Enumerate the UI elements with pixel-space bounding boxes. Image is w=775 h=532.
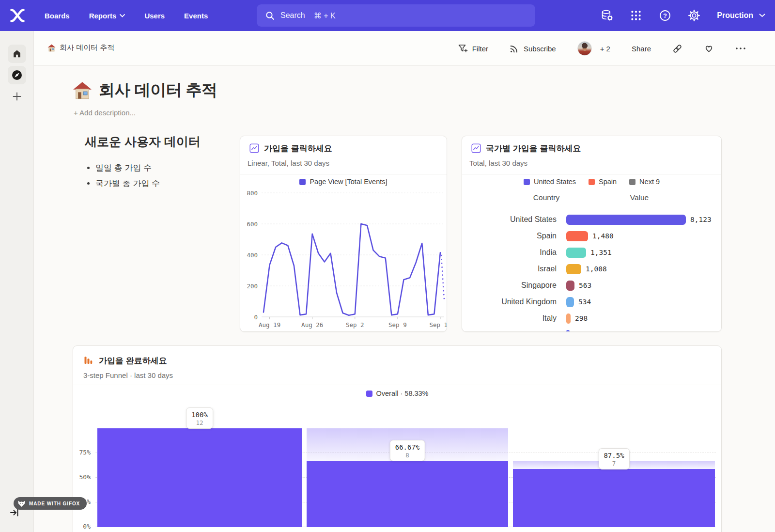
project-name: Prouction bbox=[717, 11, 753, 20]
search-icon bbox=[265, 11, 275, 20]
legend-item[interactable]: Spain bbox=[589, 178, 617, 186]
avatar[interactable] bbox=[577, 41, 592, 56]
country-row[interactable]: Singapore563 bbox=[462, 279, 721, 292]
report-title[interactable]: 가입을 클릭하세요 bbox=[264, 143, 332, 154]
country-row[interactable]: Italy298 bbox=[462, 312, 721, 325]
nav-item-events[interactable]: Events bbox=[184, 12, 208, 20]
gifox-label: MADE WITH GIFOX bbox=[29, 501, 80, 506]
line-chart-icon bbox=[249, 143, 259, 153]
y-axis-label: 75% bbox=[73, 449, 91, 456]
nav-menu: Boards Reports Users Events bbox=[45, 0, 208, 31]
text-widget-heading: 새로운 사용자 데이터 bbox=[85, 134, 245, 150]
filter-button[interactable]: Filter bbox=[458, 44, 488, 53]
breadcrumb: 회사 데이터 추적 bbox=[47, 43, 114, 52]
country-bar[interactable] bbox=[566, 313, 571, 324]
country-row[interactable]: United Kingdom534 bbox=[462, 295, 721, 309]
svg-text:?: ? bbox=[663, 12, 667, 19]
top-nav: Boards Reports Users Events Search ⌘ + K bbox=[0, 0, 775, 31]
country-value: 1,480 bbox=[592, 232, 614, 240]
more-options-button[interactable] bbox=[735, 47, 746, 50]
fox-icon bbox=[17, 500, 26, 507]
country-row[interactable]: United States8,123 bbox=[462, 213, 721, 226]
country-bar[interactable] bbox=[566, 330, 570, 332]
step-conversion-pct: 66.67% bbox=[395, 443, 420, 452]
country-bar[interactable] bbox=[566, 264, 581, 274]
share-button[interactable]: Share bbox=[632, 45, 651, 53]
report-title[interactable]: 국가별 가입을 클릭하세요 bbox=[486, 143, 581, 154]
country-row[interactable] bbox=[462, 328, 721, 332]
favorite-button[interactable] bbox=[704, 44, 714, 53]
country-bar[interactable] bbox=[566, 215, 686, 225]
country-value: 1,351 bbox=[590, 249, 612, 256]
country-bar[interactable] bbox=[566, 248, 586, 258]
funnel-step-badge[interactable]: 66.67%8 bbox=[390, 440, 425, 461]
data-series-line[interactable] bbox=[264, 224, 440, 315]
country-row[interactable]: Spain1,480 bbox=[462, 229, 721, 243]
add-description-button[interactable]: + Add description... bbox=[74, 109, 136, 117]
country-bar-card: 국가별 가입을 클릭하세요 Total, last 30 days United… bbox=[462, 136, 722, 332]
y-axis-label: 200 bbox=[247, 282, 258, 290]
line-chart-card: 가입을 클릭하세요 Linear, Total, last 30 days Pa… bbox=[240, 136, 447, 332]
funnel-step-bar[interactable] bbox=[513, 469, 715, 527]
settings-button[interactable] bbox=[688, 9, 700, 22]
country-value: 563 bbox=[579, 282, 591, 289]
step-count: 12 bbox=[191, 419, 208, 426]
help-button[interactable]: ? bbox=[659, 9, 671, 22]
legend-item[interactable]: United States bbox=[524, 178, 576, 186]
search-input[interactable]: Search ⌘ + K bbox=[257, 4, 535, 27]
funnel-step-badge[interactable]: 100%12 bbox=[186, 407, 213, 429]
x-axis-label: Aug 26 bbox=[301, 321, 323, 329]
y-axis-label: 800 bbox=[247, 189, 258, 197]
board-content: 회사 데이터 추적 + Add description... 새로운 사용자 데… bbox=[34, 66, 775, 532]
line-chart-plot[interactable]: 0200400600800Aug 19Aug 26Sep 2Sep 9Sep 1… bbox=[240, 187, 447, 332]
country-value: 298 bbox=[575, 314, 588, 322]
step-conversion-pct: 87.5% bbox=[604, 451, 624, 460]
column-header-value: Value bbox=[610, 193, 668, 202]
data-management-button[interactable] bbox=[601, 9, 613, 22]
y-axis-label: 0 bbox=[254, 313, 258, 321]
country-bar[interactable] bbox=[566, 231, 588, 241]
legend-swatch bbox=[524, 179, 530, 185]
collaborators[interactable]: + 2 bbox=[577, 41, 610, 56]
funnel-plot: 75%50%25%0%100%1266.67%887.5%7 bbox=[73, 346, 721, 532]
home-icon bbox=[12, 48, 22, 59]
nav-right: ? Prouction bbox=[601, 0, 765, 31]
country-bar[interactable] bbox=[566, 297, 574, 307]
legend-item[interactable]: Next 9 bbox=[629, 178, 660, 186]
country-row[interactable]: India1,351 bbox=[462, 246, 721, 259]
step-count: 8 bbox=[395, 452, 420, 459]
board-toolbar: Filter Subscribe + 2 Share bbox=[436, 31, 746, 66]
country-label: Spain bbox=[462, 232, 557, 240]
legend-label: Next 9 bbox=[639, 178, 660, 186]
country-row[interactable]: Israel1,008 bbox=[462, 262, 721, 276]
apps-grid-button[interactable] bbox=[630, 9, 642, 22]
nav-item-users[interactable]: Users bbox=[144, 12, 165, 20]
add-board-button[interactable] bbox=[8, 87, 26, 106]
funnel-step-bar[interactable] bbox=[307, 461, 508, 527]
discover-button[interactable] bbox=[8, 66, 26, 84]
text-widget-list: 일일 총 가입 수 국가별 총 가입 수 bbox=[85, 162, 245, 189]
subscribe-button[interactable]: Subscribe bbox=[510, 44, 556, 53]
country-value: 1,008 bbox=[586, 265, 607, 273]
copy-link-button[interactable] bbox=[672, 44, 682, 54]
line-chart-icon bbox=[471, 143, 481, 153]
nav-item-label: Events bbox=[184, 12, 208, 20]
gifox-badge[interactable]: MADE WITH GIFOX bbox=[14, 497, 87, 510]
page-title[interactable]: 회사 데이터 추적 bbox=[73, 79, 217, 101]
funnel-step-bar[interactable] bbox=[97, 428, 302, 527]
nav-item-label: Users bbox=[144, 12, 165, 20]
funnel-step-badge[interactable]: 87.5%7 bbox=[598, 448, 629, 469]
country-bar[interactable] bbox=[566, 281, 574, 291]
y-axis-label: 0% bbox=[73, 523, 91, 530]
report-subtitle: Total, last 30 days bbox=[469, 159, 527, 167]
nav-item-boards[interactable]: Boards bbox=[45, 12, 70, 20]
step-conversion-pct: 100% bbox=[191, 410, 208, 419]
x-axis-label: Sep 2 bbox=[346, 321, 364, 329]
home-button[interactable] bbox=[8, 45, 26, 63]
legend-item[interactable]: Page View [Total Events] bbox=[299, 178, 387, 186]
project-switcher[interactable]: Prouction bbox=[717, 11, 765, 20]
nav-item-reports[interactable]: Reports bbox=[89, 12, 125, 20]
country-label: United States bbox=[462, 215, 557, 224]
mixpanel-logo-icon[interactable] bbox=[9, 7, 26, 24]
legend-swatch bbox=[589, 179, 595, 185]
